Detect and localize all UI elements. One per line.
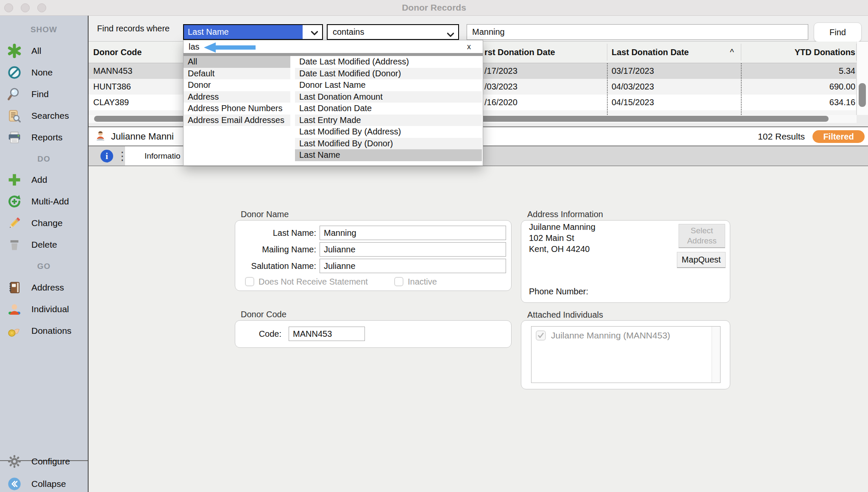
record-name: Julianne Manni bbox=[111, 127, 174, 145]
address-lines: Juilanne Manning 102 Main St Kent, OH 44… bbox=[529, 221, 595, 254]
dropdown-field-option[interactable]: Last Modified By (Donor) bbox=[295, 138, 482, 150]
sidebar-item-label: Reports bbox=[31, 132, 63, 143]
does-not-receive-statement-label: Does Not Receive Statement bbox=[259, 276, 368, 287]
dropdown-close-button[interactable]: x bbox=[467, 41, 471, 53]
sidebar-item-label: Individual bbox=[31, 304, 69, 314]
coin-hand-icon bbox=[7, 323, 22, 338]
address-book-icon bbox=[7, 280, 22, 295]
cell-first-donation-date: /16/2020 bbox=[484, 95, 517, 110]
sidebar-item-configure[interactable]: Configure bbox=[7, 452, 70, 471]
sidebar-item-individual[interactable]: Individual bbox=[7, 300, 69, 319]
select-address-button[interactable]: Select Address bbox=[679, 224, 725, 248]
column-header-donor-code[interactable]: Donor Code bbox=[93, 42, 142, 63]
cell-last-donation-date: 03/17/2023 bbox=[612, 63, 654, 79]
plus-icon bbox=[7, 172, 22, 187]
cell-last-donation-date: 04/15/2023 bbox=[612, 95, 654, 110]
sort-ascending-indicator: ^ bbox=[724, 42, 740, 63]
dropdown-field-option[interactable]: Donor Last Name bbox=[295, 79, 482, 91]
sidebar-item-add[interactable]: Add bbox=[7, 171, 47, 189]
person-at-laptop-icon bbox=[94, 130, 107, 145]
sidebar-item-address[interactable]: Address bbox=[7, 278, 64, 297]
sidebar-item-searches[interactable]: Searches bbox=[7, 106, 69, 125]
cell-first-donation-date: /17/2023 bbox=[484, 63, 517, 79]
column-header-first-donation-date[interactable]: rst Donation Date bbox=[484, 42, 555, 63]
info-icon[interactable]: i bbox=[100, 150, 113, 162]
dropdown-category[interactable]: All bbox=[184, 56, 290, 68]
multi-add-icon bbox=[7, 194, 22, 209]
sidebar-item-label: Delete bbox=[31, 240, 57, 250]
dropdown-field-option[interactable]: Date Last Modified (Address) bbox=[295, 56, 482, 68]
dropdown-field-option[interactable]: Last Donation Amount bbox=[295, 91, 482, 103]
find-records-where-label: Find records where bbox=[97, 16, 170, 42]
column-divider bbox=[741, 63, 742, 115]
cell-last-donation-date: 04/03/2023 bbox=[612, 79, 654, 95]
donor-records-window: Donor Records SHOW All None Find Searche… bbox=[0, 0, 868, 492]
inactive-checkbox[interactable] bbox=[394, 277, 403, 286]
dropdown-category[interactable]: Address bbox=[184, 91, 290, 103]
field-select-value: Last Name bbox=[184, 25, 303, 39]
sidebar-item-label: Multi-Add bbox=[31, 196, 69, 207]
search-value-input[interactable]: Manning bbox=[467, 24, 808, 40]
vertical-scrollbar-thumb[interactable] bbox=[859, 83, 866, 107]
cell-donor-code: CLAY389 bbox=[93, 95, 129, 110]
salutation-name-field[interactable]: Julianne bbox=[320, 259, 506, 273]
sidebar-item-find[interactable]: Find bbox=[7, 85, 49, 103]
chevron-down-icon bbox=[447, 30, 454, 39]
find-button[interactable]: Find bbox=[814, 22, 862, 42]
dropdown-category[interactable]: Default bbox=[184, 68, 290, 80]
sidebar-item-delete[interactable]: Delete bbox=[7, 235, 57, 254]
sidebar-item-reports[interactable]: Reports bbox=[7, 128, 63, 147]
sidebar-header-go: GO bbox=[0, 262, 88, 271]
filtered-badge: Filtered bbox=[812, 130, 865, 143]
dropdown-field-option[interactable]: Last Entry Made bbox=[295, 115, 482, 126]
column-divider bbox=[741, 44, 741, 61]
sidebar-item-multi-add[interactable]: Multi-Add bbox=[7, 192, 69, 211]
sidebar-item-change[interactable]: Change bbox=[7, 214, 63, 232]
column-header-last-donation-date[interactable]: Last Donation Date bbox=[612, 42, 689, 63]
dropdown-field-option[interactable]: Last Donation Date bbox=[295, 103, 482, 115]
dropdown-category[interactable]: Address Email Addresses bbox=[184, 115, 290, 126]
collapse-icon bbox=[7, 476, 22, 492]
mapquest-button[interactable]: MapQuest bbox=[677, 252, 726, 268]
code-field[interactable]: MANN453 bbox=[289, 327, 365, 341]
cell-first-donation-date: /03/2023 bbox=[484, 79, 517, 95]
sidebar-item-label: Collapse bbox=[31, 479, 66, 489]
list-scrollbar-track[interactable] bbox=[712, 327, 720, 383]
dropdown-field-option-selected[interactable]: Last Name bbox=[295, 149, 482, 161]
does-not-receive-statement-checkbox[interactable] bbox=[245, 277, 254, 286]
sidebar-item-label: None bbox=[31, 67, 53, 78]
cell-ytd-donations: 690.00 bbox=[744, 79, 855, 95]
column-header-ytd-donations[interactable]: YTD Donations bbox=[744, 42, 855, 63]
dropdown-category[interactable]: Donor bbox=[184, 79, 290, 91]
magnifier-icon bbox=[7, 87, 22, 102]
dropdown-filter-text[interactable]: las bbox=[189, 41, 200, 53]
address-information-section-title: Address Information bbox=[527, 210, 603, 219]
sidebar-item-label: Donations bbox=[31, 326, 72, 336]
code-label: Code: bbox=[229, 327, 281, 341]
sidebar-item-all[interactable]: All bbox=[7, 42, 41, 60]
operator-select[interactable]: contains bbox=[327, 24, 459, 40]
dropdown-category[interactable]: Address Phone Numbers bbox=[184, 103, 290, 115]
mailing-name-field[interactable]: Julianne bbox=[320, 242, 506, 257]
gear-icon bbox=[7, 454, 22, 469]
scroll-search-icon bbox=[7, 108, 22, 123]
column-divider bbox=[607, 63, 608, 115]
cell-ytd-donations: 5.34 bbox=[744, 63, 855, 79]
last-name-field[interactable]: Manning bbox=[320, 226, 506, 240]
sidebar-item-none[interactable]: None bbox=[7, 63, 53, 82]
dropdown-field-option[interactable]: Date Last Modified (Donor) bbox=[295, 68, 482, 80]
dropdown-field-option[interactable]: Last Modified By (Address) bbox=[295, 126, 482, 138]
column-divider bbox=[607, 44, 607, 61]
mailing-name-label: Mailing Name: bbox=[212, 242, 316, 257]
attached-individual-checkbox[interactable] bbox=[536, 330, 546, 341]
printer-icon bbox=[7, 130, 22, 145]
field-select[interactable]: Last Name bbox=[183, 24, 323, 40]
person-icon bbox=[7, 302, 22, 317]
sidebar-header-show: SHOW bbox=[0, 25, 88, 34]
address-line: Juilanne Manning bbox=[529, 221, 595, 232]
sidebar-item-donations[interactable]: Donations bbox=[7, 321, 72, 340]
results-count: 102 Results bbox=[720, 127, 805, 145]
asterisk-icon bbox=[7, 43, 22, 59]
sidebar-item-collapse[interactable]: Collapse bbox=[7, 475, 66, 492]
trash-icon bbox=[7, 237, 22, 252]
